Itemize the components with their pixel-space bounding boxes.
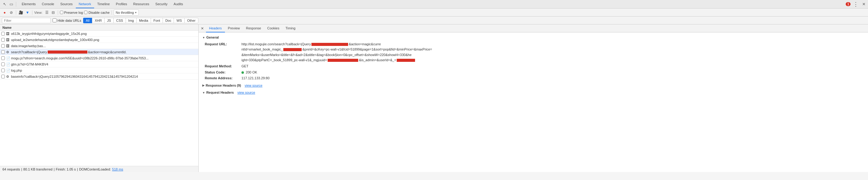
view-label: View: xyxy=(34,11,42,15)
general-section-header[interactable]: ▼ General xyxy=(202,35,864,41)
view-icons: ☰ ⊟ xyxy=(44,10,56,15)
filter-input[interactable] xyxy=(2,18,51,23)
item-checkbox[interactable] xyxy=(1,62,5,66)
item-checkbox[interactable] xyxy=(1,56,5,60)
item-checkbox[interactable] xyxy=(1,32,5,35)
view-list-icon[interactable]: ☰ xyxy=(44,10,50,15)
more-options-icon[interactable]: ⋮ xyxy=(852,1,860,8)
network-list-header: Name xyxy=(0,25,198,31)
response-headers-expand-icon: ▶ xyxy=(202,83,205,87)
disable-cache-checkbox[interactable] xyxy=(84,11,87,14)
item-checkbox[interactable] xyxy=(1,69,5,72)
hide-data-urls-checkbox[interactable] xyxy=(53,18,57,22)
file-icon: 📄 xyxy=(6,62,10,66)
filter-tab-all[interactable]: All xyxy=(83,18,92,23)
section-expand-icon: ▼ xyxy=(202,35,205,40)
detail-tab-preview[interactable]: Preview xyxy=(225,25,243,32)
tab-elements[interactable]: Elements xyxy=(19,0,39,8)
list-item[interactable]: 📄 gtm.js?id=GTM-M4KBV4 xyxy=(0,61,198,67)
item-name: mogu.js?sfrom=search.mogujie.com%5E&uuid… xyxy=(11,56,197,60)
toolbar-sep-2 xyxy=(32,10,32,15)
tab-sources[interactable]: Sources xyxy=(57,0,75,8)
filter-tab-img[interactable]: Img xyxy=(126,18,136,23)
network-list: Name 🖼 o613k_ieygizrthfrdgyzymiytambqgqy… xyxy=(0,25,199,172)
filter-tab-media[interactable]: Media xyxy=(136,18,151,23)
tab-security[interactable]: Security xyxy=(152,0,170,8)
list-item[interactable]: 🖼 o613k_ieygizrthfrdgyzymiytambqgqyde_15… xyxy=(0,31,198,37)
preserve-log-checkbox[interactable] xyxy=(60,11,63,14)
file-icon: ⚙ xyxy=(6,50,10,54)
tab-network[interactable]: Network xyxy=(76,0,94,8)
list-item[interactable]: 📄 mogu.js?sfrom=search.mogujie.com%5E&uu… xyxy=(0,55,198,61)
view-grid-icon[interactable]: ⊟ xyxy=(51,10,56,15)
item-checkbox[interactable] xyxy=(1,38,5,42)
redacted-bar xyxy=(48,51,87,54)
item-name: log.php xyxy=(11,69,197,72)
stop-button[interactable]: ⊘ xyxy=(8,10,14,15)
view-request-source-link[interactable]: view source xyxy=(238,90,255,96)
detail-tabs: ✕ Headers Preview Response Cookies Timin… xyxy=(199,25,868,32)
request-url-row: Request URL: http://list.mogujie.com/sea… xyxy=(202,42,864,63)
redacted-url-3 xyxy=(328,59,358,62)
footer-dom-time[interactable]: 518 ms xyxy=(112,168,123,171)
camera-button[interactable]: 🎥 xyxy=(18,10,24,15)
record-button[interactable]: ● xyxy=(2,10,7,15)
device-icon[interactable]: ▭ xyxy=(8,1,15,8)
list-item[interactable]: 📄 log.php xyxy=(0,67,198,74)
close-detail-button[interactable]: ✕ xyxy=(200,26,205,31)
hide-data-urls-label[interactable]: Hide data URLs xyxy=(53,18,81,22)
preserve-log-text: Preserve log xyxy=(64,11,83,15)
cursor-icon[interactable]: ↖ xyxy=(1,1,8,8)
remote-address-label: Remote Address: xyxy=(205,76,242,81)
file-icon: 📄 xyxy=(6,69,10,72)
tab-profiles[interactable]: Profiles xyxy=(113,0,130,8)
request-url-value: http://list.mogujie.com/search?callback=… xyxy=(242,42,432,63)
request-method-label: Request Method: xyxy=(205,64,242,69)
detail-tab-headers[interactable]: Headers xyxy=(206,25,225,32)
item-checkbox[interactable] xyxy=(1,50,5,54)
item-checkbox[interactable] xyxy=(1,44,5,48)
request-headers-section-header[interactable]: ▼ Request Headers view source xyxy=(202,90,864,96)
filter-tab-xhr[interactable]: XHR xyxy=(92,18,104,23)
filter-tab-ws[interactable]: WS xyxy=(174,18,184,23)
request-url-label: Request URL: xyxy=(205,42,242,47)
request-method-value: GET xyxy=(242,64,248,69)
filter-button[interactable]: ▼ xyxy=(25,10,30,15)
footer-sep: | xyxy=(21,168,22,171)
tab-console[interactable]: Console xyxy=(39,0,57,8)
request-headers-title: Request Headers xyxy=(206,90,234,96)
item-name: gtm.js?id=GTM-M4KBV4 xyxy=(11,62,197,66)
remote-address-value: 117.121.133.29:80 xyxy=(242,76,270,81)
redacted-url-4 xyxy=(397,59,415,62)
list-item[interactable]: ⚙ baseinfo?callback=jQuery21105796294196… xyxy=(0,74,198,80)
view-response-source-link[interactable]: view source xyxy=(245,83,262,88)
list-item[interactable]: 🖼 upload_ie2wmzdehazwkztdgmzdambqhayde_1… xyxy=(0,37,198,43)
item-checkbox[interactable] xyxy=(1,75,5,78)
filter-tab-other[interactable]: Other xyxy=(184,18,198,23)
preserve-log-label[interactable]: Preserve log xyxy=(60,11,83,15)
tab-timeline[interactable]: Timeline xyxy=(94,0,113,8)
list-item[interactable]: 🖼 data:image/webp;bas... xyxy=(0,43,198,49)
resource-type-tabs: All XHR JS CSS Img Media Font Doc WS Oth… xyxy=(83,18,198,23)
disable-cache-label[interactable]: Disable cache xyxy=(84,11,110,15)
tab-resources[interactable]: Resources xyxy=(130,0,153,8)
general-section-title: General xyxy=(206,35,219,41)
list-item[interactable]: ⚙ search?callback=jQuery &action=magic&c… xyxy=(0,49,198,55)
filter-bar: Hide data URLs All XHR JS CSS Img Media … xyxy=(0,17,868,25)
menu-bar: ↖ ▭ Elements Console Sources Network Tim… xyxy=(0,0,868,8)
filter-tab-font[interactable]: Font xyxy=(151,18,163,23)
request-method-row: Request Method: GET xyxy=(202,64,864,69)
filter-tab-js[interactable]: JS xyxy=(104,18,114,23)
detail-tab-timing[interactable]: Timing xyxy=(282,25,299,32)
item-name: upload_ie2wmzdehazwkztdgmzdambqhayde_100… xyxy=(11,38,197,42)
footer-finish: Finish: 1.05 s xyxy=(56,168,76,171)
throttle-dropdown[interactable]: No throttling ▾ xyxy=(114,9,139,16)
detail-tab-cookies[interactable]: Cookies xyxy=(264,25,282,32)
filter-tab-doc[interactable]: Doc xyxy=(163,18,174,23)
throttle-arrow-icon: ▾ xyxy=(135,11,136,14)
filter-tab-css[interactable]: CSS xyxy=(114,18,126,23)
response-headers-section-header[interactable]: ▶ Response Headers (9) view source xyxy=(202,83,864,88)
detail-tab-response[interactable]: Response xyxy=(243,25,265,32)
tab-audits[interactable]: Audits xyxy=(170,0,186,8)
close-devtools-button[interactable]: ✕ xyxy=(861,2,867,6)
